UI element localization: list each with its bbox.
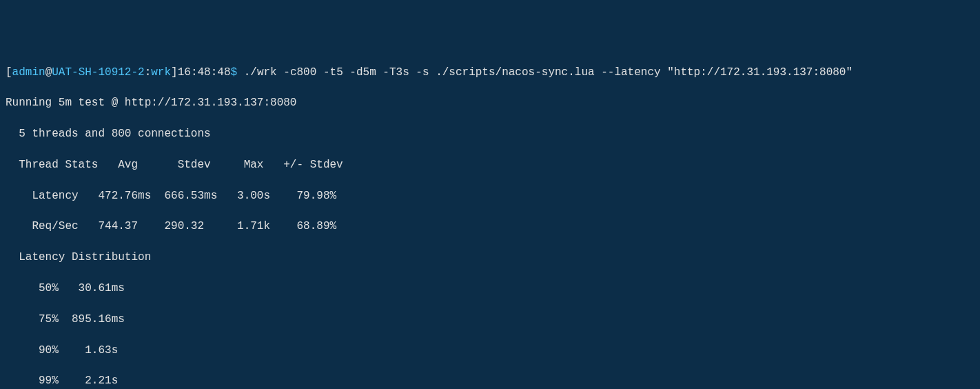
output-running: Running 5m test @ http://172.31.193.137:… bbox=[6, 95, 974, 110]
prompt-host: UAT-SH-10912-2 bbox=[52, 65, 144, 80]
prompt-bracket-open: [ bbox=[6, 65, 12, 80]
output-dist-50: 50% 30.61ms bbox=[6, 281, 974, 296]
output-dist-99: 99% 2.21s bbox=[6, 373, 974, 388]
output-latency-row: Latency 472.76ms 666.53ms 3.00s 79.98% bbox=[6, 188, 974, 203]
output-stats-header: Thread Stats Avg Stdev Max +/- Stdev bbox=[6, 157, 974, 172]
shell-prompt-line[interactable]: [admin@UAT-SH-10912-2:wrk]16:48:48$ ./wr… bbox=[6, 65, 974, 80]
prompt-time: 16:48:48 bbox=[178, 65, 231, 80]
prompt-dollar: $ bbox=[231, 65, 244, 80]
prompt-at: @ bbox=[45, 65, 52, 80]
output-dist-90: 90% 1.63s bbox=[6, 343, 974, 358]
prompt-dir: wrk bbox=[151, 65, 171, 80]
output-threads: 5 threads and 800 connections bbox=[6, 126, 974, 141]
prompt-user: admin bbox=[12, 65, 45, 80]
output-dist-75: 75% 895.16ms bbox=[6, 312, 974, 327]
prompt-colon: : bbox=[145, 65, 152, 80]
output-dist-header: Latency Distribution bbox=[6, 250, 974, 265]
command-text: ./wrk -c800 -t5 -d5m -T3s -s ./scripts/n… bbox=[244, 65, 853, 80]
output-reqsec-row: Req/Sec 744.37 290.32 1.71k 68.89% bbox=[6, 219, 974, 234]
prompt-bracket-close: ] bbox=[171, 65, 178, 80]
